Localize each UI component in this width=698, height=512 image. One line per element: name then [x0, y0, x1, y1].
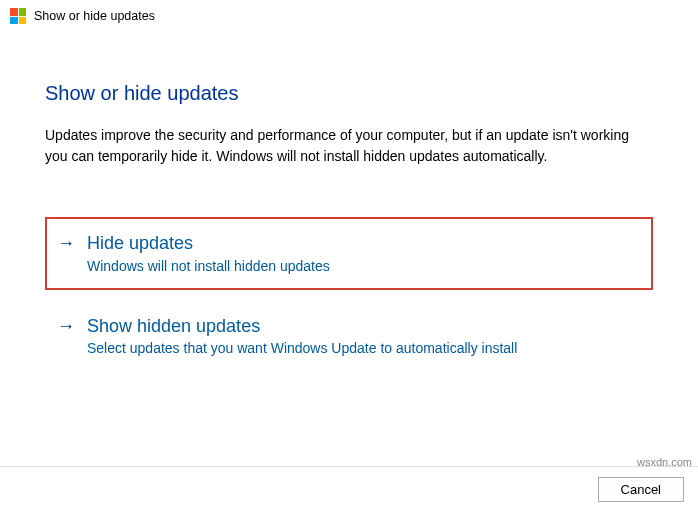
option-title: Hide updates	[87, 233, 646, 255]
option-show-hidden-updates[interactable]: → Show hidden updates Select updates tha…	[45, 306, 653, 367]
option-hide-updates[interactable]: → Hide updates Windows will not install …	[45, 217, 653, 290]
option-text: Hide updates Windows will not install hi…	[87, 233, 646, 274]
windows-logo-icon	[10, 8, 26, 24]
arrow-right-icon: →	[57, 316, 75, 338]
option-text: Show hidden updates Select updates that …	[87, 316, 648, 357]
option-title: Show hidden updates	[87, 316, 648, 338]
arrow-right-icon: →	[57, 233, 75, 255]
footer: Cancel	[0, 466, 698, 512]
cancel-button[interactable]: Cancel	[598, 477, 684, 502]
main-content: Show or hide updates Updates improve the…	[0, 32, 698, 366]
titlebar: Show or hide updates	[0, 0, 698, 32]
option-desc: Windows will not install hidden updates	[87, 258, 646, 274]
window-title: Show or hide updates	[34, 9, 155, 23]
page-title: Show or hide updates	[45, 82, 653, 105]
option-desc: Select updates that you want Windows Upd…	[87, 340, 648, 356]
page-description: Updates improve the security and perform…	[45, 125, 653, 167]
